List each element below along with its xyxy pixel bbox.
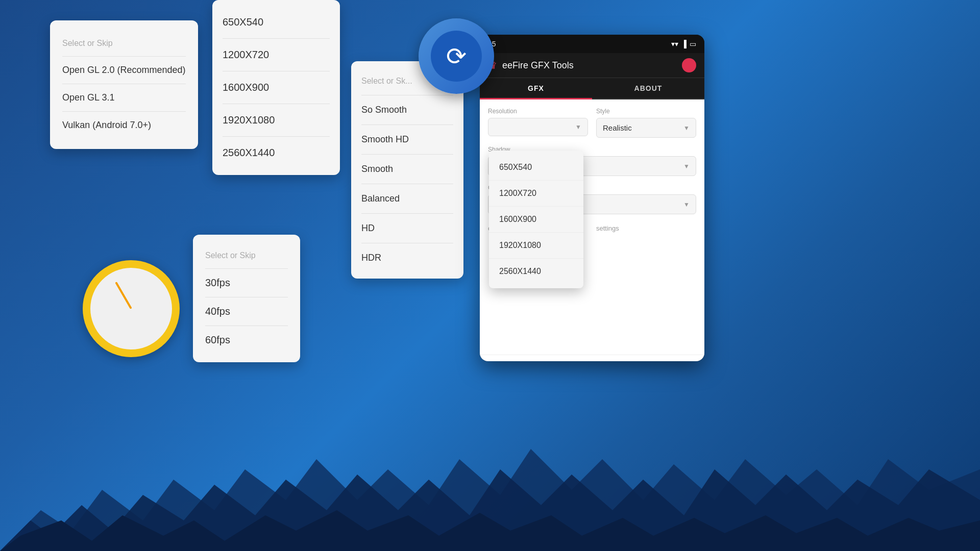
style-value: Realistic	[603, 123, 632, 132]
gfx-tabs: GFX ABOUT	[480, 78, 704, 99]
fps-item-0[interactable]: Select or Skip	[205, 243, 288, 269]
app-icon-inner: ⟳	[431, 31, 482, 82]
rp-item-0[interactable]: 650X540	[489, 155, 583, 181]
feedback-section: Rate us and give your Feedback ★ ★ ★ ★ ★	[480, 355, 704, 361]
quality-item-6[interactable]: HDR	[361, 243, 453, 272]
speedometer-icon	[83, 260, 180, 357]
settings-label: settings	[596, 224, 696, 232]
quality-card: Select or Sk... So Smooth Smooth HD Smoo…	[351, 61, 463, 279]
rp-item-2[interactable]: 1600X900	[489, 207, 583, 233]
style-label: Style	[596, 108, 696, 115]
resolution-popup-card: 650X540 1200X720 1600X900 1920X1080 2560…	[489, 151, 583, 288]
battery-icon: ▭	[690, 40, 696, 48]
style-select[interactable]: Realistic ▼	[596, 118, 696, 138]
resolution-label: Resolution	[488, 108, 588, 115]
statusbar: 15 ▾▾ ▐ ▭	[480, 35, 704, 53]
fps-card: Select or Skip 30fps 40fps 60fps	[193, 235, 300, 362]
resolution-card: 650X540 1200X720 1600X900 1920X1080 2560…	[212, 0, 340, 175]
style-field: Style Realistic ▼	[596, 108, 696, 138]
quality-item-5[interactable]: HD	[361, 214, 453, 243]
speedometer-inner	[90, 268, 172, 349]
api-item-0[interactable]: Select or Skip	[62, 31, 186, 57]
api-item-2[interactable]: Open GL 3.1	[62, 84, 186, 112]
quality-item-3[interactable]: Smooth	[361, 155, 453, 184]
res-item-1[interactable]: 1200X720	[223, 39, 330, 71]
api-item-3[interactable]: Vulkan (Android 7.0+)	[62, 112, 186, 139]
graphics-api-dropdown-arrow: ▼	[683, 201, 690, 208]
row-resolution-style: Resolution ▼ Style Realistic ▼	[488, 108, 696, 138]
rp-item-3[interactable]: 1920X1080	[489, 233, 583, 259]
resolution-field: Resolution ▼	[488, 108, 588, 138]
resolution-dropdown-arrow: ▼	[575, 123, 581, 131]
fps-item-1[interactable]: 30fps	[205, 269, 288, 297]
res-item-4[interactable]: 2560X1440	[223, 137, 330, 169]
rp-item-4[interactable]: 2560X1440	[489, 259, 583, 284]
fps-item-2[interactable]: 40fps	[205, 297, 288, 326]
rp-item-1[interactable]: 1200X720	[489, 181, 583, 207]
quality-item-2[interactable]: Smooth HD	[361, 125, 453, 155]
resolution-select[interactable]: ▼	[488, 118, 588, 136]
status-icons: ▾▾ ▐ ▭	[671, 40, 696, 48]
signal-icon: ▐	[681, 40, 687, 48]
app-icon-symbol: ⟳	[446, 42, 467, 70]
app-icon: ⟳	[419, 18, 494, 94]
fps-item-3[interactable]: 60fps	[205, 326, 288, 354]
quality-item-4[interactable]: Balanced	[361, 184, 453, 214]
style-dropdown-arrow: ▼	[683, 124, 690, 132]
background-landscape	[0, 418, 980, 551]
res-item-2[interactable]: 1600X900	[223, 71, 330, 104]
shadow-dropdown-arrow: ▼	[683, 163, 690, 170]
tab-gfx[interactable]: GFX	[480, 78, 592, 98]
record-button[interactable]	[682, 58, 696, 72]
gfx-title: eeFire GFX Tools	[502, 60, 677, 71]
quality-item-1[interactable]: So Smooth	[361, 95, 453, 125]
gfx-header: ♛ eeFire GFX Tools	[480, 53, 704, 78]
res-item-3[interactable]: 1920X1080	[223, 104, 330, 137]
res-item-0[interactable]: 650X540	[223, 6, 330, 39]
api-item-1[interactable]: Open GL 2.0 (Recommended)	[62, 57, 186, 84]
speedometer-needle	[115, 282, 132, 309]
wifi-icon: ▾▾	[671, 40, 678, 48]
graphics-api-card: Select or Skip Open GL 2.0 (Recommended)…	[50, 20, 198, 149]
settings-field: settings	[596, 222, 696, 236]
tab-about[interactable]: ABOUT	[592, 78, 704, 98]
